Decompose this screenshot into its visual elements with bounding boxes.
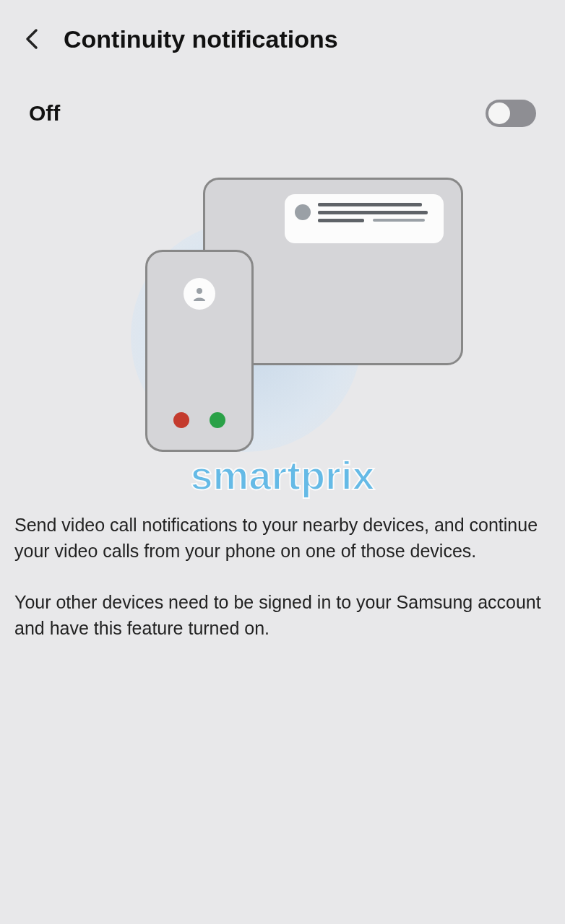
toggle-state-label: Off bbox=[29, 101, 60, 126]
page-title: Continuity notifications bbox=[64, 25, 338, 53]
accept-icon bbox=[210, 412, 225, 428]
notification-card-graphic bbox=[285, 194, 444, 243]
notification-lines bbox=[318, 203, 434, 222]
header: Continuity notifications bbox=[0, 0, 565, 71]
toggle-knob bbox=[488, 103, 510, 124]
chevron-left-icon bbox=[25, 27, 39, 51]
illustration-container bbox=[0, 156, 565, 459]
devices-illustration bbox=[95, 178, 470, 452]
phone-graphic bbox=[145, 250, 254, 452]
call-buttons-graphic bbox=[173, 412, 225, 428]
back-button[interactable] bbox=[14, 22, 49, 56]
feature-toggle[interactable] bbox=[486, 100, 536, 127]
svg-point-0 bbox=[197, 288, 202, 294]
description-paragraph-2: Your other devices need to be signed in … bbox=[14, 589, 543, 642]
feature-toggle-row: Off bbox=[0, 71, 565, 156]
decline-icon bbox=[173, 412, 189, 428]
description-paragraph-1: Send video call notifications to your ne… bbox=[14, 512, 543, 565]
phone-avatar bbox=[184, 278, 215, 310]
feature-description: Send video call notifications to your ne… bbox=[0, 505, 565, 648]
notification-avatar-icon bbox=[295, 204, 311, 220]
person-icon bbox=[191, 285, 208, 302]
